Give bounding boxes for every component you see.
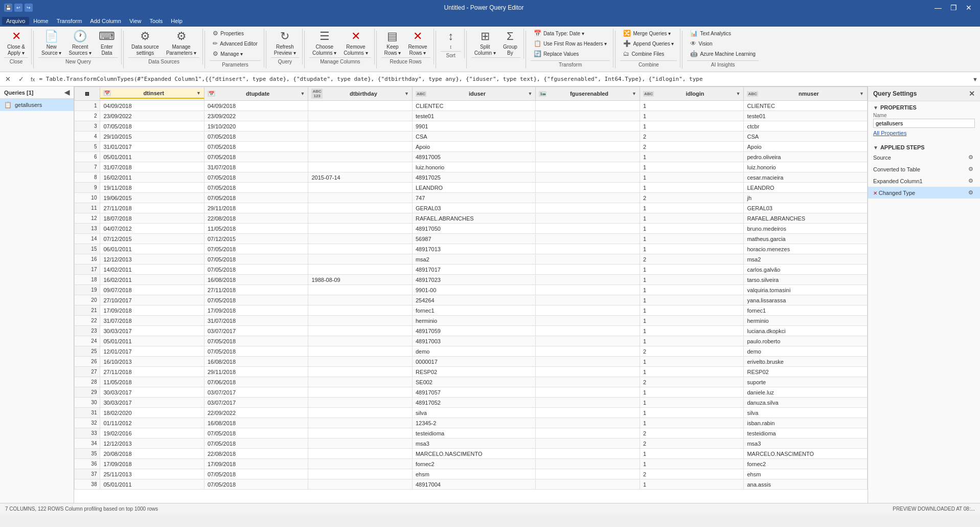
col-header-idlogin[interactable]: ABC idlogin ▼ <box>640 87 744 101</box>
table-row[interactable]: 1127/11/201829/11/2018GERAL031GERAL03 <box>75 203 868 213</box>
col-header-dtinsert[interactable]: 📅 dtinsert ▼ <box>100 87 204 101</box>
advanced-editor-button[interactable]: ✏ Advanced Editor <box>210 39 260 48</box>
menu-transform[interactable]: Transform <box>53 17 86 25</box>
table-row[interactable]: 3319/02/201607/05/2018testeidioma2testei… <box>75 428 868 438</box>
refresh-preview-button[interactable]: ↻ RefreshPreview ▾ <box>271 29 299 57</box>
queries-collapse-button[interactable]: ◀ <box>64 89 70 96</box>
table-row[interactable]: 3520/08/201822/08/2018MARCELO.NASCIMENTO… <box>75 449 868 459</box>
properties-button[interactable]: ⚙ Properties <box>210 29 260 38</box>
step-item[interactable]: Source⚙ <box>868 151 980 163</box>
step-settings-button[interactable]: ⚙ <box>967 165 975 173</box>
sort-button[interactable]: ↕ ↕ <box>441 29 461 51</box>
table-row[interactable]: 919/11/201807/05/2018LEANDRO1LEANDRO <box>75 183 868 193</box>
col-dropdown-dtinsert[interactable]: ▼ <box>196 91 201 96</box>
keep-rows-button[interactable]: ▤ KeepRows ▾ <box>381 29 404 57</box>
merge-queries-button[interactable]: 🔀 Merge Queries ▾ <box>620 29 677 38</box>
table-row[interactable]: 1019/06/201507/05/20187472jh <box>75 193 868 203</box>
step-settings-button[interactable]: ⚙ <box>967 177 975 185</box>
grid-container[interactable]: ▤ 📅 dtinsert ▼ 📅 <box>74 86 868 503</box>
table-row[interactable]: 1909/07/201827/11/20189901-001valquiria.… <box>75 285 868 295</box>
close-apply-button[interactable]: ✕ Close &Apply ▾ <box>4 29 28 57</box>
step-item[interactable]: Expanded Column1⚙ <box>868 175 980 187</box>
close-button[interactable]: ✕ <box>962 1 976 15</box>
data-source-settings-button[interactable]: ⚙ Data sourcesettings <box>128 29 162 57</box>
table-row[interactable]: 2811/05/201807/06/2018SE0022suporte <box>75 377 868 387</box>
undo-icon[interactable]: ↩ <box>14 4 22 12</box>
table-row[interactable]: 1506/01/201107/05/2018489170131horacio.m… <box>75 244 868 254</box>
formula-confirm-button[interactable]: ✓ <box>15 74 27 85</box>
table-row[interactable]: 2405/01/201107/05/2018489170031paulo.rob… <box>75 336 868 346</box>
data-type-button[interactable]: 📅 Data Type: Date ▾ <box>531 29 610 38</box>
name-prop-input[interactable] <box>873 119 975 128</box>
all-properties-link[interactable]: All Properties <box>868 129 980 137</box>
col-dropdown-idlogin[interactable]: ▼ <box>736 91 741 96</box>
vision-button[interactable]: 👁 Vision <box>687 39 758 48</box>
recent-sources-button[interactable]: 🕐 RecentSources ▾ <box>65 29 94 57</box>
col-header-dtbirthday[interactable]: ABC123 dtbirthday ▼ <box>308 87 413 101</box>
step-settings-button[interactable]: ⚙ <box>967 153 975 161</box>
table-row[interactable]: 3201/11/201216/08/201812345-21isban.rabi… <box>75 418 868 428</box>
step-item[interactable]: Converted to Table⚙ <box>868 163 980 175</box>
table-row[interactable]: 2117/09/201817/09/2018fornec11fornec1 <box>75 305 868 316</box>
col-dropdown-dtupdate[interactable]: ▼ <box>301 91 305 96</box>
combine-files-button[interactable]: 🗂 Combine Files <box>620 49 677 58</box>
table-row[interactable]: 2930/03/201703/07/2017489170571daniele.l… <box>75 387 868 398</box>
col-header-fguserenabled[interactable]: 1₂₃ fguserenabled ▼ <box>536 87 640 101</box>
menu-home[interactable]: Home <box>29 17 52 25</box>
table-row[interactable]: 3030/03/201703/07/2017489170521danuza.si… <box>75 398 868 408</box>
table-row[interactable]: 3118/02/202022/09/2022silva1silva <box>75 408 868 418</box>
table-row[interactable]: 605/01/201107/05/2018489170051pedro.oliv… <box>75 152 868 162</box>
save-icon[interactable]: 💾 <box>4 4 12 12</box>
properties-chevron[interactable]: ▼ <box>873 105 878 111</box>
table-row[interactable]: 2616/10/201316/08/201800000171erivelto.b… <box>75 357 868 367</box>
table-row[interactable]: 531/01/201707/05/2018Apoio2Apoio <box>75 142 868 152</box>
table-row[interactable]: 1407/12/201507/12/2015569871matheus.garc… <box>75 234 868 244</box>
table-row[interactable]: 307/05/201819/10/202099011ctcbr <box>75 121 868 131</box>
manage-parameters-button[interactable]: ⚙ ManageParameters ▾ <box>163 29 199 57</box>
enter-data-button[interactable]: ⌨ EnterData <box>96 29 118 57</box>
applied-steps-chevron[interactable]: ▼ <box>873 145 878 150</box>
table-row[interactable]: 3805/01/201107/05/2018489170041ana.assis <box>75 479 868 490</box>
query-item-getallusers[interactable]: 📋 getallusers <box>0 99 74 111</box>
use-first-row-button[interactable]: 📋 Use First Row as Headers ▾ <box>531 39 610 48</box>
formula-cancel-button[interactable]: ✕ <box>2 74 13 85</box>
text-analytics-button[interactable]: 📊 Text Analytics <box>687 29 758 38</box>
table-row[interactable]: 2231/07/201831/07/2018herminio1herminio <box>75 316 868 326</box>
table-row[interactable]: 731/07/201831/07/2018luiz.honorio1luiz.h… <box>75 162 868 172</box>
table-row[interactable]: 104/09/201804/09/2018CLIENTEC1CLIENTEC <box>75 101 868 111</box>
menu-tools[interactable]: Tools <box>146 17 167 25</box>
right-panel-close-button[interactable]: ✕ <box>969 90 975 98</box>
new-source-button[interactable]: 📄 NewSource ▾ <box>38 29 64 57</box>
col-dropdown-nmuser[interactable]: ▼ <box>859 91 864 96</box>
col-dropdown-iduser[interactable]: ▼ <box>528 91 533 96</box>
col-header-dtupdate[interactable]: 📅 dtupdate ▼ <box>204 87 308 101</box>
step-item[interactable]: ✕ Changed Type⚙ <box>868 187 980 199</box>
manage-button[interactable]: ⚙ Manage ▾ <box>210 49 260 58</box>
col-header-nmuser[interactable]: ABC nmuser ▼ <box>744 87 868 101</box>
col-dropdown-fguserenabled[interactable]: ▼ <box>632 91 636 96</box>
formula-input[interactable] <box>39 76 971 82</box>
remove-columns-button[interactable]: ✕ RemoveColumns ▾ <box>340 29 371 57</box>
table-row[interactable]: 223/09/202223/09/2022teste011teste01 <box>75 111 868 121</box>
table-row[interactable]: 429/10/201507/05/2018CSA2CSA <box>75 131 868 142</box>
table-row[interactable]: 816/02/201107/05/20182015-07-14489170251… <box>75 172 868 183</box>
choose-columns-button[interactable]: ☰ ChooseColumns ▾ <box>309 29 339 57</box>
table-row[interactable]: 3412/12/201307/05/2018msa32msa3 <box>75 438 868 449</box>
table-row[interactable]: 2727/11/201829/11/2018RESP021RESP02 <box>75 367 868 377</box>
menu-view[interactable]: View <box>125 17 146 25</box>
append-queries-button[interactable]: ➕ Append Queries ▾ <box>620 39 677 48</box>
remove-rows-button[interactable]: ✕ RemoveRows ▾ <box>405 29 430 57</box>
table-row[interactable]: 2330/03/201703/07/2017489170591luciana.d… <box>75 326 868 336</box>
step-settings-button[interactable]: ⚙ <box>967 189 975 196</box>
replace-values-button[interactable]: 🔄 Replace Values <box>531 49 610 58</box>
menu-arquivo[interactable]: Arquivo <box>2 17 29 25</box>
table-row[interactable]: 1816/02/201116/08/20181988-08-0948917023… <box>75 275 868 285</box>
split-column-button[interactable]: ⊞ SplitColumn ▾ <box>471 29 499 57</box>
col-header-iduser[interactable]: ABC iduser ▼ <box>412 87 536 101</box>
table-row[interactable]: 2027/10/201707/05/20182542641yana.lissar… <box>75 295 868 305</box>
table-row[interactable]: 3617/09/201817/09/2018fornec21fornec2 <box>75 459 868 469</box>
table-row[interactable]: 1304/07/201211/05/2018489170501bruno.med… <box>75 224 868 234</box>
table-row[interactable]: 2512/01/201707/05/2018demo2demo <box>75 346 868 357</box>
table-row[interactable]: 1218/07/201822/08/2018RAFAEL.ABRANCHES1R… <box>75 213 868 224</box>
maximize-button[interactable]: ❐ <box>946 1 961 15</box>
